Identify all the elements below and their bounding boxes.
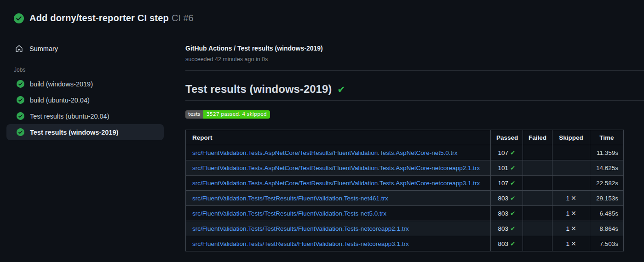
report-link[interactable]: src/FluentValidation.Tests.AspNetCore/Te… [192,180,480,187]
badge-value: 3527 passed, 4 skipped [203,110,270,119]
run-number: CI #6 [172,13,194,23]
skipped-count: 1 [566,195,569,202]
passed-count: 803 [498,195,509,202]
job-label: Test results (windows-2019) [30,129,118,136]
sidebar-job-item[interactable]: Test results (windows-2019) [6,124,164,140]
passed-cell: 803✔ [491,236,523,251]
skipped-cell [552,160,590,176]
report-link[interactable]: src/FluentValidation.Tests.AspNetCore/Te… [192,165,480,171]
failed-cell [523,221,552,236]
success-check-circle-icon [14,13,24,23]
skipped-count: 1 [566,225,569,232]
success-check-circle-icon [17,128,24,136]
sidebar-job-item[interactable]: Test results (ubuntu-20.04) [6,108,164,124]
check-run-status: succeeded 42 minutes ago in 0s [185,56,644,63]
run-title-group: Add dorny/test-reporter CI stepCI #6 [29,13,194,23]
report-cell: src/FluentValidation.Tests/TestResults/F… [186,191,491,206]
skipped-cell: 1✕ [552,191,590,206]
run-title: Add dorny/test-reporter CI step [29,13,169,23]
success-check-circle-icon [17,80,24,88]
report-link[interactable]: src/FluentValidation.Tests/TestResults/F… [192,210,386,217]
sidebar-job-item[interactable]: build (ubuntu-20.04) [6,92,164,108]
passed-count: 803 [498,225,509,232]
skip-x-icon: ✕ [571,210,576,217]
report-cell: src/FluentValidation.Tests.AspNetCore/Te… [186,145,491,160]
run-header: Add dorny/test-reporter CI stepCI #6 [14,13,194,23]
report-cell: src/FluentValidation.Tests/TestResults/F… [186,236,491,251]
pass-check-icon: ✔ [510,210,515,217]
time-cell: 6.485s [590,206,624,221]
sidebar-item-summary[interactable]: Summary [0,40,171,57]
skip-x-icon: ✕ [571,225,576,232]
passed-count: 107 [498,149,509,156]
report-link[interactable]: src/FluentValidation.Tests.AspNetCore/Te… [192,149,458,156]
summary-label: Summary [29,45,58,52]
failed-cell [523,176,552,191]
section-title-text: Test results (windows-2019) [185,83,332,96]
failed-cell [523,206,552,221]
check-run-title: GitHub Actions / Test results (windows-2… [185,45,644,52]
pass-check-icon: ✔ [510,225,515,232]
table-body: src/FluentValidation.Tests.AspNetCore/Te… [186,145,624,251]
job-label: Test results (ubuntu-20.04) [30,113,109,120]
skipped-count: 1 [566,240,569,247]
failed-cell [523,236,552,251]
passed-cell: 107✔ [491,176,523,191]
report-link[interactable]: src/FluentValidation.Tests/TestResults/F… [192,240,409,247]
report-cell: src/FluentValidation.Tests.AspNetCore/Te… [186,176,491,191]
failed-cell [523,191,552,206]
report-link[interactable]: src/FluentValidation.Tests/TestResults/F… [192,195,388,202]
jobs-section-label: Jobs [14,67,171,73]
divider [185,70,644,71]
time-cell: 11.359s [590,145,624,160]
home-icon [15,44,23,53]
pass-check-icon: ✔ [510,165,515,171]
job-label: build (windows-2019) [30,80,93,88]
table-row: src/FluentValidation.Tests/TestResults/F… [186,191,624,206]
report-cell: src/FluentValidation.Tests.AspNetCore/Te… [186,160,491,176]
pass-check-icon: ✔ [510,180,515,187]
skipped-count: 1 [566,210,569,217]
column-header-passed: Passed [491,130,523,145]
column-header-report: Report [186,130,491,145]
skipped-cell: 1✕ [552,206,590,221]
table-row: src/FluentValidation.Tests.AspNetCore/Te… [186,176,624,191]
check-run-panel: GitHub Actions / Test results (windows-2… [185,45,644,251]
job-label: build (ubuntu-20.04) [30,97,90,104]
badge-label: tests [185,110,203,119]
table-row: src/FluentValidation.Tests/TestResults/F… [186,221,624,236]
report-cell: src/FluentValidation.Tests/TestResults/F… [186,221,491,236]
section-title: Test results (windows-2019) ✔ [185,83,644,101]
passed-count: 803 [498,210,509,217]
sidebar: Summary Jobs build (windows-2019)build (… [0,40,171,140]
passed-cell: 101✔ [491,160,523,176]
sidebar-job-item[interactable]: build (windows-2019) [6,76,164,92]
pass-check-icon: ✔ [510,240,515,247]
passed-cell: 107✔ [491,145,523,160]
report-link[interactable]: src/FluentValidation.Tests/TestResults/F… [192,225,409,232]
failed-cell [523,145,552,160]
success-check-circle-icon [17,96,24,104]
success-check-circle-icon [17,112,24,120]
time-cell: 22.582s [590,176,624,191]
table-row: src/FluentValidation.Tests.AspNetCore/Te… [186,145,624,160]
passed-count: 803 [498,240,509,247]
table-row: src/FluentValidation.Tests.AspNetCore/Te… [186,160,624,176]
passed-cell: 803✔ [491,221,523,236]
pass-check-icon: ✔ [510,149,515,156]
skip-x-icon: ✕ [571,240,576,247]
skipped-cell: 1✕ [552,236,590,251]
table-row: src/FluentValidation.Tests/TestResults/F… [186,236,624,251]
skip-x-icon: ✕ [571,194,576,202]
column-header-time: Time [590,130,624,145]
failed-cell [523,160,552,176]
time-cell: 7.503s [590,236,624,251]
passed-cell: 803✔ [491,191,523,206]
skipped-cell: 1✕ [552,221,590,236]
report-cell: src/FluentValidation.Tests/TestResults/F… [186,206,491,221]
passed-cell: 803✔ [491,206,523,221]
time-cell: 8.864s [590,221,624,236]
pass-check-icon: ✔ [510,195,515,202]
passed-count: 101 [498,165,509,171]
table-header-row: ReportPassedFailedSkippedTime [186,130,624,145]
